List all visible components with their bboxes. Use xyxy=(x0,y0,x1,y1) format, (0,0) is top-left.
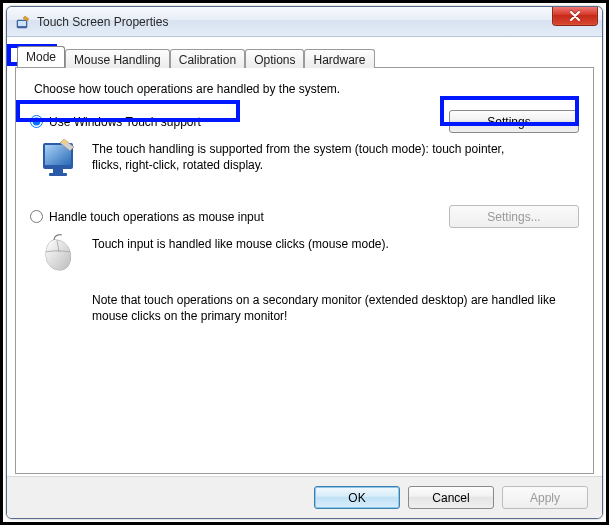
tab-mouse-handling[interactable]: Mouse Handling xyxy=(65,49,170,68)
dialog-button-row: OK Cancel Apply xyxy=(7,476,602,518)
mouse-icon xyxy=(40,234,80,274)
client-area: Mode Mouse Handling Calibration Options … xyxy=(7,37,602,518)
intro-text: Choose how touch operations are handled … xyxy=(34,82,579,96)
monitor-touch-icon xyxy=(40,139,80,179)
app-icon xyxy=(15,14,31,30)
desc-windows-touch-text: The touch handling is supported from the… xyxy=(92,139,512,179)
radio-windows-touch-label: Use Windows Touch support xyxy=(49,115,201,129)
note-mouse-input: Note that touch operations on a secondar… xyxy=(92,292,562,324)
close-button[interactable] xyxy=(552,6,598,26)
tab-panel-mode: Choose how touch operations are handled … xyxy=(15,67,594,474)
radio-mouse-input-label: Handle touch operations as mouse input xyxy=(49,210,264,224)
tab-options[interactable]: Options xyxy=(245,49,304,68)
radio-mouse-input-input[interactable] xyxy=(30,210,43,223)
option-mouse-input-row: Handle touch operations as mouse input S… xyxy=(30,205,579,228)
tab-calibration[interactable]: Calibration xyxy=(170,49,245,68)
tab-mode[interactable]: Mode xyxy=(17,46,65,67)
radio-windows-touch-input[interactable] xyxy=(30,115,43,128)
dialog-window: Touch Screen Properties Mode Mouse Handl… xyxy=(6,6,603,519)
tab-strip: Mode Mouse Handling Calibration Options … xyxy=(17,45,594,67)
settings-button-windows-touch[interactable]: Settings... xyxy=(449,110,579,133)
apply-button: Apply xyxy=(502,486,588,509)
option-windows-touch-row: Use Windows Touch support Settings... xyxy=(30,110,579,133)
radio-windows-touch[interactable]: Use Windows Touch support xyxy=(30,115,201,129)
desc-mouse-input: Touch input is handled like mouse clicks… xyxy=(40,234,579,274)
svg-rect-1 xyxy=(18,21,26,26)
cancel-button[interactable]: Cancel xyxy=(408,486,494,509)
radio-mouse-input[interactable]: Handle touch operations as mouse input xyxy=(30,210,264,224)
title-bar[interactable]: Touch Screen Properties xyxy=(7,7,602,37)
settings-button-mouse-input: Settings... xyxy=(449,205,579,228)
svg-rect-6 xyxy=(49,173,67,176)
tab-hardware[interactable]: Hardware xyxy=(304,49,374,68)
ok-button[interactable]: OK xyxy=(314,486,400,509)
desc-windows-touch: The touch handling is supported from the… xyxy=(40,139,579,179)
svg-rect-5 xyxy=(53,169,63,173)
desc-mouse-input-text: Touch input is handled like mouse clicks… xyxy=(92,234,389,274)
window-title: Touch Screen Properties xyxy=(37,15,168,29)
